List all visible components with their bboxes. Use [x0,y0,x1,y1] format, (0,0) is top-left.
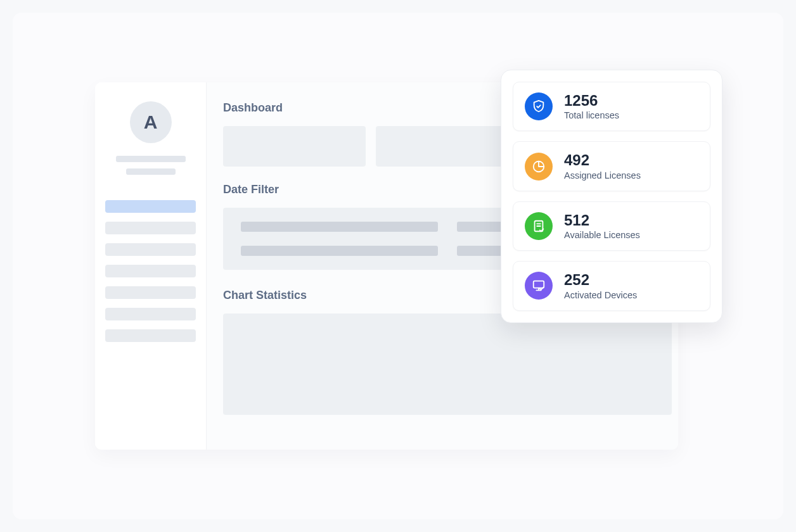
stat-card-assigned-licenses[interactable]: 492 Assigned Licenses [513,141,710,191]
svg-rect-1 [534,281,544,288]
shield-check-icon [525,92,553,120]
stat-card-total-licenses[interactable]: 1256 Total licenses [513,82,710,131]
monitor-check-icon [525,272,553,300]
stat-value: 512 [564,212,640,229]
avatar-initial: A [144,111,158,133]
stat-label: Activated Devices [564,290,637,300]
chart-panel [223,314,672,415]
sidebar-nav [105,200,196,342]
sidebar-item[interactable] [105,265,196,277]
stat-value: 252 [564,272,637,288]
stat-value: 1256 [564,92,619,109]
stat-label: Total licenses [564,110,619,120]
sidebar-item[interactable] [105,286,196,299]
avatar[interactable]: A [130,101,172,143]
app-canvas: A Dashboard Date Filter [13,13,783,519]
stat-value: 492 [564,152,641,168]
stat-label: Available Licenses [564,230,640,240]
stat-label: Assigned Licenses [564,170,641,180]
placeholder-bar [241,222,438,232]
sidebar-item[interactable] [105,329,196,342]
sidebar-item[interactable] [105,200,196,213]
stat-card-available-licenses[interactable]: 512 Available Licenses [513,201,710,251]
placeholder-card [376,126,518,167]
stats-popover: 1256 Total licenses 492 Assigned License… [501,70,722,323]
pie-chart-icon [525,153,553,180]
sidebar-item[interactable] [105,243,196,256]
placeholder-line [116,156,186,162]
placeholder-card [223,126,366,167]
sidebar-item[interactable] [105,308,196,320]
stat-card-activated-devices[interactable]: 252 Activated Devices [513,261,710,310]
sidebar-item[interactable] [105,222,196,234]
placeholder-line [126,168,176,175]
placeholder-bar [241,246,438,256]
sidebar: A [95,82,207,450]
document-check-icon [525,212,553,240]
